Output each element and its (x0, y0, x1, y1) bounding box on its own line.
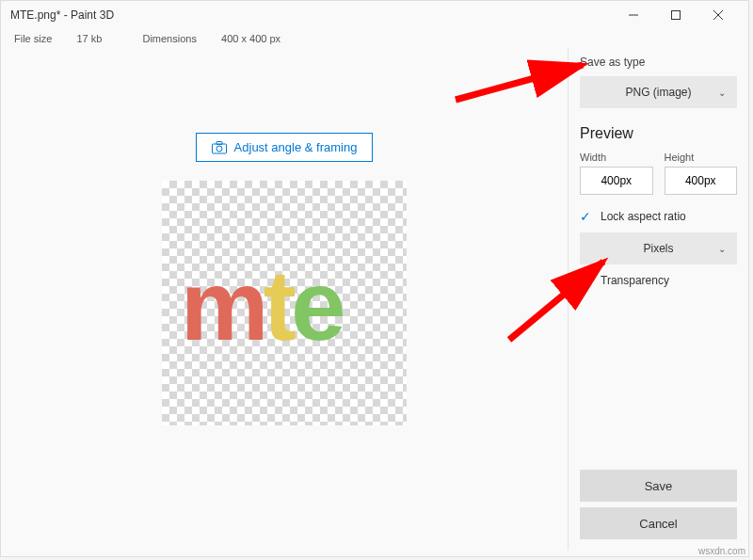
window-controls (612, 2, 739, 28)
svg-point-6 (216, 146, 222, 152)
cancel-button[interactable]: Cancel (580, 507, 737, 539)
transparency-checkbox[interactable]: ✓ Transparency (580, 274, 737, 287)
window-title: MTE.png* - Paint 3D (10, 8, 612, 22)
canvas-area: Adjust angle & framing mte (1, 48, 568, 551)
preview-title: Preview (580, 125, 737, 142)
dimensions-label: Dimensions 400 x 400 px (142, 33, 299, 44)
file-size-label: File size 17 kb (14, 33, 120, 44)
checkmark-icon: ✓ (580, 210, 593, 223)
main-content: Adjust angle & framing mte Save as type … (1, 48, 748, 551)
letter-e: e (291, 249, 344, 357)
format-dropdown[interactable]: PNG (image) ⌄ (580, 76, 737, 108)
watermark: wsxdn.com (698, 546, 745, 556)
info-bar: File size 17 kb Dimensions 400 x 400 px (1, 29, 748, 48)
minimize-icon (629, 10, 638, 20)
svg-text:mte: mte (181, 249, 344, 357)
save-as-type-label: Save as type (580, 56, 737, 69)
height-input[interactable] (665, 167, 738, 195)
maximize-button[interactable] (654, 2, 697, 28)
width-input[interactable] (580, 167, 653, 195)
chevron-down-icon: ⌄ (718, 244, 726, 254)
close-button[interactable] (697, 2, 739, 28)
letter-m: m (181, 249, 264, 357)
chevron-down-icon: ⌄ (718, 88, 726, 98)
dimensions-row: Width Height (580, 152, 737, 195)
maximize-icon (671, 10, 681, 20)
svg-rect-1 (671, 11, 680, 20)
camera-icon (212, 141, 227, 154)
save-sidebar: Save as type PNG (image) ⌄ Preview Width… (568, 48, 748, 551)
minimize-button[interactable] (612, 2, 654, 28)
height-label: Height (665, 152, 738, 163)
checkmark-icon: ✓ (580, 274, 593, 287)
canvas-content: mte (162, 181, 407, 425)
transparency-label: Transparency (601, 274, 669, 287)
save-button[interactable]: Save (580, 470, 737, 502)
adjust-angle-button[interactable]: Adjust angle & framing (196, 133, 374, 162)
canvas-preview[interactable]: mte (162, 181, 407, 425)
close-icon (713, 10, 723, 20)
format-selected: PNG (image) (625, 86, 691, 99)
units-selected: Pixels (643, 242, 673, 255)
adjust-angle-label: Adjust angle & framing (234, 140, 358, 154)
svg-rect-5 (216, 141, 222, 144)
titlebar: MTE.png* - Paint 3D (1, 1, 748, 29)
lock-aspect-checkbox[interactable]: ✓ Lock aspect ratio (580, 210, 737, 223)
units-dropdown[interactable]: Pixels ⌄ (580, 232, 737, 264)
width-label: Width (580, 152, 653, 163)
app-window: MTE.png* - Paint 3D File size 17 kb Dime… (0, 0, 749, 557)
lock-aspect-label: Lock aspect ratio (601, 210, 686, 223)
